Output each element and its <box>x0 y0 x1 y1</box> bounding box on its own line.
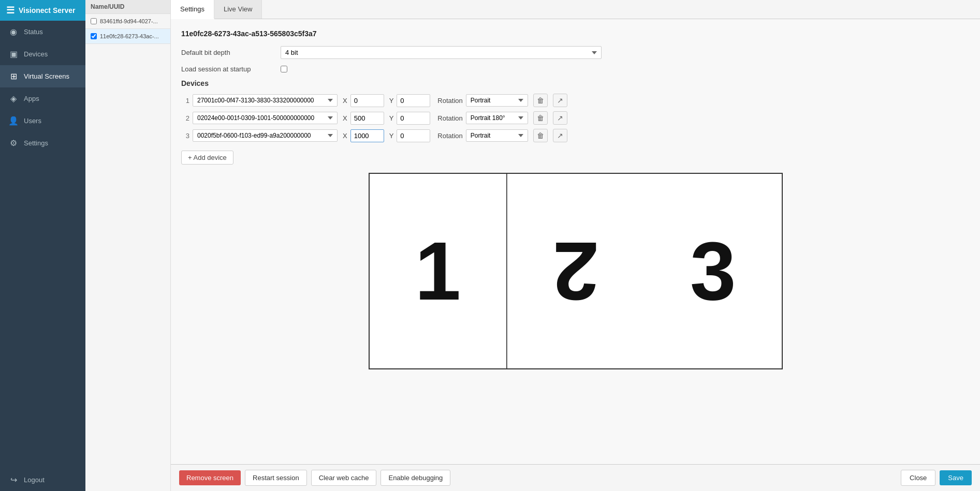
device-uuid-1: 83461ffd-9d94-4027-... <box>100 18 158 24</box>
apps-icon: ◈ <box>8 94 19 103</box>
device-select-1[interactable]: 27001c00-0f47-3130-3830-333200000000 <box>193 94 338 107</box>
device-panel-header: Name/UUID <box>85 0 170 14</box>
sidebar-item-label: Users <box>24 117 41 125</box>
add-device-button[interactable]: + Add device <box>181 151 233 165</box>
open-device-1[interactable]: ↗ <box>553 94 567 107</box>
open-device-2[interactable]: ↗ <box>553 111 567 125</box>
open-device-3[interactable]: ↗ <box>553 129 567 142</box>
screen-uuid: 11e0fc28-6273-43ac-a513-565803c5f3a7 <box>181 29 970 38</box>
load-session-checkbox[interactable] <box>281 66 287 72</box>
preview-area: 1 2 3 <box>181 173 970 369</box>
rotation-label-2: Rotation <box>437 114 462 122</box>
x-input-2[interactable] <box>350 112 384 125</box>
status-icon: ◉ <box>8 27 19 37</box>
content-area: 11e0fc28-6273-43ac-a513-565803c5f3a7 Def… <box>171 19 980 464</box>
remove-screen-button[interactable]: Remove screen <box>179 470 241 485</box>
hamburger-icon[interactable]: ☰ <box>6 5 14 16</box>
tab-settings[interactable]: Settings <box>171 0 214 19</box>
virtual-screens-icon: ⊞ <box>8 71 19 81</box>
rotation-label-3: Rotation <box>437 132 462 140</box>
sidebar-item-label: Settings <box>24 139 48 147</box>
sidebar-item-logout[interactable]: ↪ Logout <box>0 469 85 491</box>
settings-icon: ⚙ <box>8 138 19 148</box>
enable-debugging-button[interactable]: Enable debugging <box>381 470 450 486</box>
preview-container: 1 2 3 <box>369 173 783 369</box>
sidebar-item-users[interactable]: 👤 Users <box>0 110 85 132</box>
close-button[interactable]: Close <box>901 470 935 486</box>
row-num-1: 1 <box>181 97 189 105</box>
bit-depth-label: Default bit depth <box>181 49 274 56</box>
preview-panel-3: 3 <box>645 174 782 368</box>
y-label-3: Y <box>389 132 394 140</box>
sidebar-item-label: Virtual Screens <box>24 72 69 80</box>
tabs: Settings Live View <box>171 0 980 19</box>
device-table-row-3: 3 0020f5bf-0600-f103-ed99-a9a200000000 X… <box>181 129 970 142</box>
devices-section-title: Devices <box>181 79 970 87</box>
delete-device-3[interactable]: 🗑 <box>533 129 548 142</box>
preview-panel-1: 1 <box>370 174 507 368</box>
sidebar: ☰ Visionect Server ◉ Status ▣ Devices ⊞ … <box>0 0 85 491</box>
rotation-select-1[interactable]: Portrait Portrait 180° Landscape Landsca… <box>466 94 528 107</box>
y-label-2: Y <box>389 114 394 122</box>
sidebar-item-apps[interactable]: ◈ Apps <box>0 87 85 110</box>
x-label-1: X <box>343 97 347 105</box>
logout-icon: ↪ <box>8 475 19 485</box>
tab-live-view[interactable]: Live View <box>214 0 262 19</box>
sidebar-item-label: Apps <box>24 95 39 102</box>
device-checkbox-1[interactable] <box>91 18 97 24</box>
device-checkbox-2[interactable] <box>91 33 97 39</box>
device-select-3[interactable]: 0020f5bf-0600-f103-ed99-a9a200000000 <box>193 129 338 142</box>
rotation-label-1: Rotation <box>437 97 462 105</box>
delete-device-2[interactable]: 🗑 <box>533 111 548 125</box>
sidebar-item-virtual-screens[interactable]: ⊞ Virtual Screens <box>0 65 85 87</box>
delete-device-1[interactable]: 🗑 <box>533 94 548 107</box>
restart-session-button[interactable]: Restart session <box>245 470 307 486</box>
sidebar-item-label: Status <box>24 28 43 36</box>
sidebar-item-status[interactable]: ◉ Status <box>0 21 85 43</box>
sidebar-item-settings[interactable]: ⚙ Settings <box>0 132 85 154</box>
y-input-3[interactable] <box>397 129 430 142</box>
device-uuid-2: 11e0fc28-6273-43ac-... <box>100 33 159 39</box>
load-session-row: Load session at startup <box>181 65 970 73</box>
x-label-2: X <box>343 114 347 122</box>
bottom-bar: Remove screen Restart session Clear web … <box>171 464 980 491</box>
x-label-3: X <box>343 132 347 140</box>
save-button[interactable]: Save <box>940 470 972 485</box>
bit-depth-select[interactable]: 4 bit 8 bit 16 bit <box>281 46 602 59</box>
main-content: Settings Live View 11e0fc28-6273-43ac-a5… <box>171 0 980 491</box>
y-input-2[interactable] <box>397 112 430 125</box>
devices-table: 1 27001c00-0f47-3130-3830-333200000000 X… <box>181 94 970 142</box>
row-num-2: 2 <box>181 114 189 122</box>
x-input-1[interactable] <box>350 94 384 107</box>
logout-label: Logout <box>24 476 45 484</box>
app-title: Visionect Server <box>19 6 75 14</box>
devices-icon: ▣ <box>8 49 19 59</box>
device-list-item-1[interactable]: 83461ffd-9d94-4027-... <box>85 14 170 29</box>
y-label-1: Y <box>389 97 394 105</box>
sidebar-item-label: Devices <box>24 50 48 58</box>
sidebar-header[interactable]: ☰ Visionect Server <box>0 0 85 21</box>
device-select-2[interactable]: 02024e00-001f-0309-1001-500000000000 <box>193 112 338 124</box>
clear-web-cache-button[interactable]: Clear web cache <box>311 470 377 486</box>
row-num-3: 3 <box>181 132 189 140</box>
device-panel: Name/UUID 83461ffd-9d94-4027-... 11e0fc2… <box>85 0 171 491</box>
bit-depth-row: Default bit depth 4 bit 8 bit 16 bit <box>181 46 970 59</box>
x-input-3[interactable] <box>350 129 384 142</box>
users-icon: 👤 <box>8 116 19 126</box>
rotation-select-3[interactable]: Portrait Portrait 180° Landscape Landsca… <box>466 129 528 142</box>
preview-panel-2: 2 <box>507 174 645 368</box>
device-list-item-2[interactable]: 11e0fc28-6273-43ac-... <box>85 29 170 44</box>
device-table-row-1: 1 27001c00-0f47-3130-3830-333200000000 X… <box>181 94 970 107</box>
load-session-label: Load session at startup <box>181 65 274 73</box>
sidebar-item-devices[interactable]: ▣ Devices <box>0 43 85 65</box>
y-input-1[interactable] <box>397 94 430 107</box>
device-table-row-2: 2 02024e00-001f-0309-1001-500000000000 X… <box>181 111 970 125</box>
rotation-select-2[interactable]: Portrait Portrait 180° Landscape Landsca… <box>466 112 528 124</box>
